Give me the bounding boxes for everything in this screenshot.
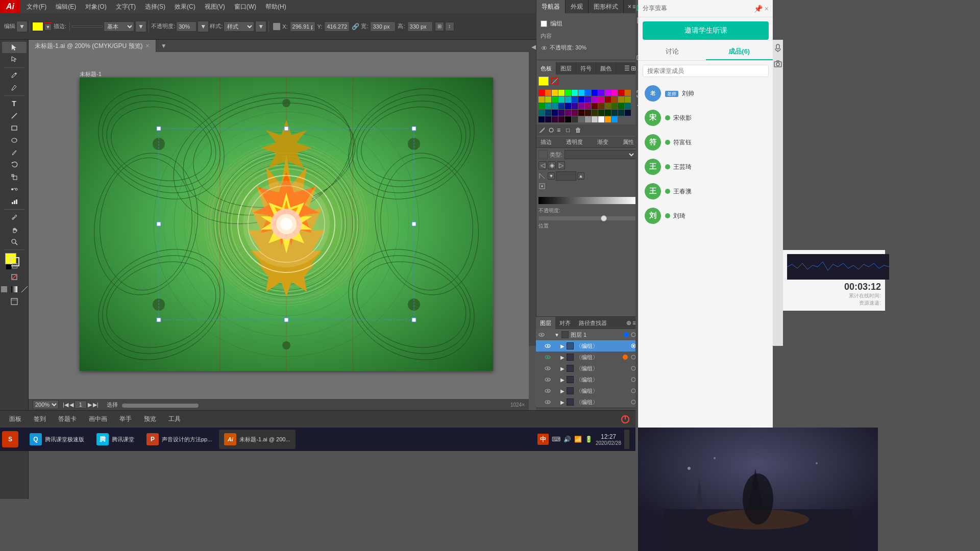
color-swatch[interactable] — [598, 110, 604, 116]
group-6-eye-icon[interactable] — [544, 398, 551, 406]
transform-btn-2[interactable]: ↕ — [445, 22, 454, 31]
color-swatch[interactable] — [578, 110, 584, 116]
page-input[interactable] — [75, 400, 87, 409]
ptab-color[interactable]: 颜色 — [596, 62, 616, 74]
tab-navigator[interactable]: 导航器 — [536, 0, 566, 13]
style-options-btn[interactable]: ▼ — [255, 21, 266, 32]
preview-tab-btn[interactable]: 预览 — [139, 413, 161, 425]
stroke-dropdown[interactable]: ▼ — [44, 23, 52, 31]
color-swatch[interactable] — [538, 110, 545, 116]
student-item-1[interactable]: 老 老师 刘帅 — [639, 81, 773, 106]
page-prev2-btn[interactable]: ◀ — [69, 402, 74, 408]
tool-pattern[interactable] — [20, 285, 29, 294]
tray-icon-2[interactable]: 🔊 — [564, 436, 571, 443]
active-tab[interactable]: 未标题-1.ai @ 200% (CMYK/GPU 预览) × — [29, 40, 156, 52]
student-item-6[interactable]: 刘 刘琦 — [639, 204, 773, 228]
color-swatch[interactable] — [605, 103, 611, 109]
color-swatch[interactable] — [592, 90, 598, 96]
layers-locate-btn[interactable]: ⊕ — [626, 319, 631, 327]
invite-btn[interactable]: 邀请学生听课 — [643, 21, 769, 40]
color-swatch[interactable] — [585, 116, 591, 122]
color-swatch[interactable] — [598, 96, 604, 103]
menu-help[interactable]: 帮助(H) — [261, 2, 290, 12]
color-swatch[interactable] — [565, 116, 571, 122]
tool-select[interactable] — [2, 42, 27, 53]
course-tab-discussion[interactable]: 讨论 — [639, 44, 706, 60]
tool-direct-select[interactable] — [2, 54, 27, 65]
color-swatch[interactable] — [545, 110, 551, 116]
align-tab[interactable]: 对齐 — [555, 317, 575, 329]
student-item-4[interactable]: 王 王芸琦 — [639, 155, 773, 179]
tray-icon-1[interactable]: ⌨ — [552, 436, 560, 443]
student-search[interactable] — [643, 65, 769, 77]
color-swatch[interactable] — [578, 103, 584, 109]
color-swatch[interactable] — [565, 110, 571, 116]
color-swatch[interactable] — [585, 90, 591, 96]
tool-line[interactable] — [2, 110, 27, 121]
group-1-expand[interactable]: ▶ — [560, 343, 565, 349]
menu-window[interactable]: 窗口(W) — [230, 2, 260, 12]
swatch-menu-btn[interactable]: ≡ — [557, 127, 564, 134]
swatch-tool-1[interactable] — [538, 127, 546, 134]
start-btn[interactable]: S — [2, 431, 18, 447]
group-5-expand[interactable]: ▶ — [560, 388, 565, 394]
menu-effect[interactable]: 效果(C) — [170, 2, 200, 12]
color-swatch[interactable] — [611, 116, 618, 122]
color-swatch[interactable] — [598, 90, 604, 96]
tray-icon-3[interactable]: 📶 — [574, 436, 582, 443]
student-item-5[interactable]: 王 王春澳 — [639, 179, 773, 204]
y-input[interactable] — [324, 21, 350, 32]
tool-column-graph[interactable] — [2, 196, 27, 207]
angle-up-btn[interactable]: ▲ — [577, 172, 584, 180]
menu-view[interactable]: 视图(V) — [201, 2, 229, 12]
color-swatch[interactable] — [558, 96, 565, 103]
student-item-3[interactable]: 符 符富钰 — [639, 130, 773, 155]
canvas-area[interactable]: 未标题-1 — [29, 52, 529, 399]
fill-color-swatch[interactable] — [32, 22, 43, 31]
color-swatch[interactable] — [565, 96, 571, 103]
answercard-tab-btn[interactable]: 答题卡 — [53, 413, 82, 425]
tool-rect[interactable] — [2, 122, 27, 134]
power-btn[interactable] — [619, 413, 631, 425]
tool-rotate[interactable] — [2, 159, 27, 170]
color-swatch[interactable] — [552, 116, 558, 122]
default-colors-btn[interactable] — [6, 264, 11, 269]
layer-row-group-4[interactable]: ▶ 〈编组〉 — [536, 374, 638, 385]
pin-btn[interactable]: 📌 — [754, 5, 763, 13]
student-item-2[interactable]: 宋 宋依影 — [639, 106, 773, 130]
color-swatch[interactable] — [605, 90, 611, 96]
color-swatch[interactable] — [572, 116, 578, 122]
camera-side-btn[interactable] — [774, 60, 782, 69]
tab-close-btn[interactable]: × — [146, 42, 150, 49]
ptab-symbols[interactable]: 符号 — [576, 62, 596, 74]
menu-object[interactable]: 对象(O) — [81, 2, 110, 12]
tab-graphic-styles[interactable]: 图形样式 — [589, 0, 624, 13]
color-swatch[interactable] — [552, 103, 558, 109]
stroke-style-dropdown[interactable]: 基本 — [104, 21, 134, 32]
menu-text[interactable]: 文字(T) — [112, 2, 140, 12]
group-2-eye-icon[interactable] — [544, 354, 551, 361]
swatch-new-btn[interactable]: □ — [566, 127, 573, 134]
align-left-btn[interactable]: ◁ — [538, 161, 547, 169]
show-desktop-btn[interactable] — [624, 430, 629, 449]
color-swatch[interactable] — [592, 103, 598, 109]
tool-pen[interactable] — [2, 70, 27, 81]
layer-row-group-6[interactable]: ▶ 〈编组〉 — [536, 396, 638, 408]
color-swatch[interactable] — [625, 110, 631, 116]
system-clock[interactable]: 12:27 2020/02/28 — [596, 433, 621, 446]
angle-input[interactable] — [556, 171, 576, 181]
tool-ellipse[interactable] — [2, 135, 27, 146]
group-3-expand[interactable]: ▶ — [560, 366, 565, 371]
stroke-options-btn[interactable]: ▼ — [135, 21, 146, 32]
ptab-swatches[interactable]: 色板 — [536, 62, 556, 74]
tool-scale[interactable] — [2, 171, 27, 183]
color-swatch[interactable] — [565, 90, 571, 96]
color-swatch[interactable] — [585, 103, 591, 109]
opacity-down-btn[interactable]: ▼ — [198, 21, 209, 32]
color-panel-list-btn[interactable]: ☰ — [624, 65, 630, 72]
color-swatch[interactable] — [558, 110, 565, 116]
tools-tab-btn[interactable]: 工具 — [163, 413, 186, 425]
color-swatch[interactable] — [592, 96, 598, 103]
mode-dropdown-btn[interactable]: ▼ — [16, 21, 28, 32]
color-swatch[interactable] — [552, 90, 558, 96]
